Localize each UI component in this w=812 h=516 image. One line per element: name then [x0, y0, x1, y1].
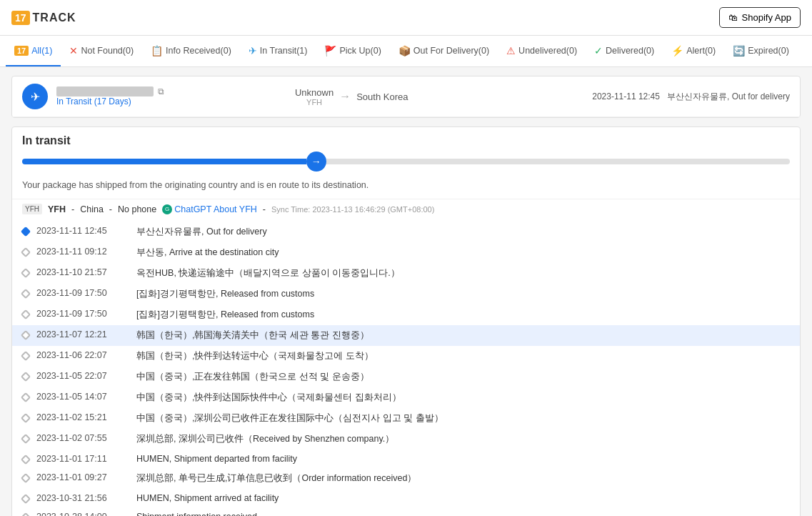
in-transit-title: In transit — [12, 127, 800, 152]
carrier-separator: - — [71, 204, 74, 214]
tab-undelivered[interactable]: ⚠ Undelivered(0) — [498, 36, 586, 66]
event-dot — [21, 413, 31, 423]
event-time: 2023-11-09 17:50 — [36, 309, 129, 319]
event-desc: 中国（중국）,深圳公司已收件正在发往国际中心（심전지사 입고 및 출발） — [136, 412, 790, 425]
progress-arrow-icon: → — [306, 152, 326, 172]
event-time: 2023-11-01 09:27 — [36, 472, 129, 482]
chatgpt-link[interactable]: G ChatGPT About YFH — [162, 204, 257, 214]
event-dot — [21, 227, 31, 237]
tab-transit-icon: ✈ — [249, 45, 257, 56]
logo-track: TRACK — [33, 11, 76, 24]
event-dot — [21, 455, 31, 465]
event-dot — [21, 309, 31, 319]
route-to: South Korea — [356, 91, 408, 102]
tab-not-found-label: Not Found(0) — [81, 46, 134, 56]
event-desc: Shipment information received — [136, 512, 790, 516]
event-dot — [21, 372, 31, 382]
carrier-row: YFH YFH - China - No phone G ChatGPT Abo… — [12, 199, 800, 219]
event-desc: [집화]경기평택항만, Released from customs — [136, 309, 790, 321]
tab-not-found[interactable]: ✕ Not Found(0) — [61, 36, 142, 66]
tab-pickup-icon: 🚩 — [324, 45, 336, 56]
event-dot — [21, 247, 31, 257]
tab-alert[interactable]: ⚡ Alert(0) — [663, 36, 724, 66]
tab-expired[interactable]: 🔄 Expired(0) — [724, 36, 798, 66]
event-dot — [21, 392, 31, 402]
event-desc: 深圳总部, 深圳公司已收件（Received by Shenzhen compa… — [136, 433, 790, 445]
event-dot — [21, 289, 31, 299]
event-desc: 中国（중국）,正在发往韩国（한국으로 선적 및 운송중） — [136, 371, 790, 383]
event-dot — [21, 512, 31, 516]
event-desc: 부산신자유물류, Out for delivery — [136, 226, 790, 238]
event-desc: [집화]경기평택항만, Released from customs — [136, 288, 790, 300]
copy-icon[interactable]: ⧉ — [158, 86, 164, 96]
event-row: 2023-11-01 09:27深圳总部, 单号已生成,订单信息已收到（Orde… — [22, 468, 790, 489]
from-label: Unknown — [295, 87, 334, 98]
route-info: Unknown YFH → South Korea — [209, 87, 495, 106]
event-time: 2023-10-28 14:00 — [36, 512, 129, 516]
shopify-btn-label: Shopify App — [742, 12, 791, 23]
carrier-name: YFH — [48, 204, 66, 214]
event-dot — [21, 268, 31, 278]
event-desc: HUMEN, Shipment arrived at facility — [136, 493, 790, 503]
tab-all-icon: 17 — [14, 46, 29, 56]
event-dot — [21, 473, 31, 483]
last-event-time: 2023-11-11 12:45 — [592, 91, 660, 101]
event-time: 2023-11-10 21:57 — [36, 267, 129, 277]
main-content: ✈ ████████████████ ⧉ In Transit (17 Days… — [0, 67, 812, 516]
logo-17: 17 — [11, 11, 30, 25]
shopify-icon: 🛍 — [728, 12, 738, 23]
event-row: 2023-11-02 07:55深圳总部, 深圳公司已收件（Received b… — [22, 429, 790, 450]
carrier-code: YFH — [295, 98, 334, 106]
events-list: 2023-11-11 12:45부산신자유물류, Out for deliver… — [12, 219, 800, 516]
event-time: 2023-11-11 09:12 — [36, 247, 129, 257]
tab-undelivered-icon: ⚠ — [506, 45, 516, 56]
event-row: 2023-11-10 21:57옥전HUB, 快递运输途中（배달지역으로 상품이… — [22, 263, 790, 284]
tab-pick-up[interactable]: 🚩 Pick Up(0) — [316, 36, 389, 66]
last-event-desc: 부산신자유물류, Out for delivery — [667, 91, 790, 101]
tab-all[interactable]: 17 All(1) — [6, 36, 61, 66]
event-row: 2023-11-06 22:07韩国（한국）,快件到达转运中心（국제화물창고에 … — [22, 346, 790, 367]
tab-info-icon: 📋 — [151, 45, 163, 56]
tab-all-label: All(1) — [31, 46, 52, 56]
event-desc: 韩国（한국）,韩国海关清关中（한국 세관 통관 진행중） — [136, 329, 790, 342]
event-time: 2023-11-09 17:50 — [36, 288, 129, 298]
event-row: 2023-11-07 12:21韩国（한국）,韩国海关清关中（한국 세관 통관 … — [12, 325, 800, 346]
tab-out-delivery[interactable]: 📦 Out For Delivery(0) — [390, 36, 498, 66]
progress-empty — [326, 159, 790, 164]
event-dot — [21, 434, 31, 444]
tab-alert-icon: ⚡ — [671, 45, 683, 56]
event-time: 2023-11-06 22:07 — [36, 350, 129, 360]
tab-info-label: Info Received(0) — [166, 46, 231, 56]
route-arrow-icon: → — [339, 90, 351, 103]
shipment-card: ✈ ████████████████ ⧉ In Transit (17 Days… — [11, 76, 801, 118]
carrier-separator3: - — [263, 204, 266, 214]
event-time: 2023-11-01 17:11 — [36, 454, 129, 464]
shipment-status: In Transit (17 Days) — [56, 96, 200, 106]
tab-delivered[interactable]: ✓ Delivered(0) — [586, 36, 663, 66]
event-desc: 中国（중국）,快件到达国际快件中心（국제화물센터 집화처리） — [136, 392, 790, 404]
tab-in-transit[interactable]: ✈ In Transit(1) — [240, 36, 316, 66]
shopify-app-button[interactable]: 🛍 Shopify App — [719, 7, 801, 28]
event-row: 2023-10-31 21:56HUMEN, Shipment arrived … — [22, 489, 790, 507]
tab-pickup-label: Pick Up(0) — [339, 46, 381, 56]
tab-transit-label: In Transit(1) — [260, 46, 308, 56]
tab-info-received[interactable]: 📋 Info Received(0) — [142, 36, 240, 66]
shipment-header: ✈ ████████████████ ⧉ In Transit (17 Days… — [12, 76, 800, 117]
tracking-number-row: ████████████████ ⧉ — [56, 86, 200, 96]
event-row: 2023-11-05 22:07中国（중국）,正在发往韩国（한국으로 선적 및 … — [22, 367, 790, 387]
sync-time: Sync Time: 2023-11-13 16:46:29 (GMT+08:0… — [271, 205, 434, 214]
event-row: 2023-11-09 17:50[집화]경기평택항만, Released fro… — [22, 304, 790, 325]
shipment-icon: ✈ — [22, 84, 48, 109]
carrier-country: China — [80, 204, 104, 214]
tab-outdelivery-label: Out For Delivery(0) — [413, 46, 489, 56]
logo: 17 TRACK — [11, 11, 76, 25]
tab-delivered-icon: ✓ — [594, 45, 603, 56]
tab-undelivered-label: Undelivered(0) — [518, 46, 577, 56]
event-row: 2023-11-05 14:07中国（중국）,快件到达国际快件中心（국제화물센터… — [22, 387, 790, 408]
event-dot — [21, 494, 31, 504]
event-dot — [21, 351, 31, 361]
plane-icon: ✈ — [31, 90, 40, 104]
package-shipped-text: Your package has shipped from the origin… — [12, 177, 800, 199]
event-row: 2023-10-28 14:00Shipment information rec… — [22, 507, 790, 516]
progress-bar: → — [12, 152, 800, 177]
